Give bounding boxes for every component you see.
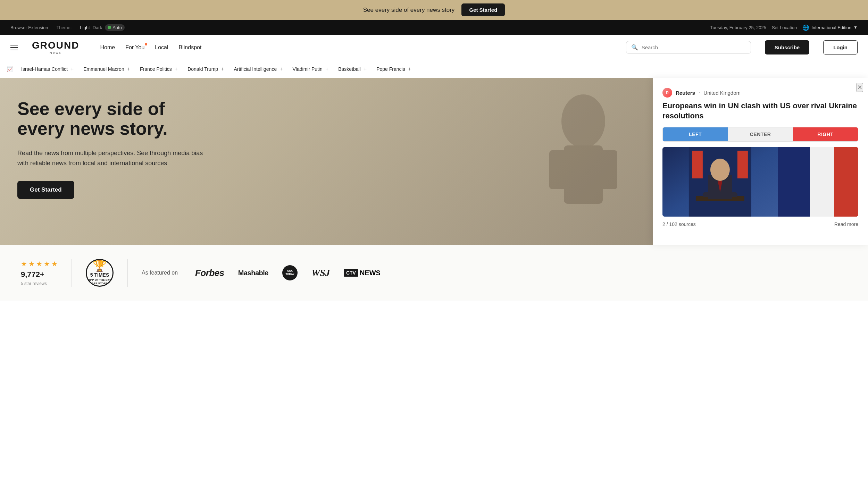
- theme-light[interactable]: Light: [80, 25, 90, 30]
- logo[interactable]: GROUND News: [32, 41, 79, 54]
- logo-ctv: CTV NEWS: [344, 269, 381, 277]
- bias-tab-left[interactable]: LEFT: [663, 127, 728, 141]
- logo-forbes: Forbes: [195, 268, 224, 278]
- subscribe-button[interactable]: Subscribe: [765, 40, 810, 54]
- sources-count: 2 / 102 sources: [662, 221, 696, 227]
- date-display: Tuesday, February 25, 2025: [710, 25, 766, 30]
- svg-rect-10: [737, 151, 748, 178]
- theme-auto-toggle[interactable]: Auto: [105, 24, 125, 31]
- flag-blue: [778, 147, 810, 217]
- usa-circle: USATODAY: [282, 265, 298, 280]
- topic-label: Vladimir Putin: [293, 66, 323, 72]
- theme-dark[interactable]: Dark: [93, 25, 102, 30]
- source-separator: ·: [699, 90, 700, 96]
- stars-row: ★ ★ ★ ★ ★: [21, 260, 58, 268]
- topic-add-icon[interactable]: +: [70, 66, 74, 72]
- for-you-dot: [145, 43, 147, 45]
- close-card-button[interactable]: ✕: [857, 83, 863, 92]
- rating-label: 5 star: [21, 281, 31, 286]
- nav-blindspot[interactable]: Blindspot: [179, 44, 202, 51]
- hero-content: See every side of every news story. Read…: [17, 99, 212, 199]
- topic-israel-hamas[interactable]: Israel-Hamas Conflict +: [16, 66, 78, 72]
- logo-wsj: WSJ: [311, 267, 330, 278]
- topic-basketball[interactable]: Basketball +: [333, 66, 372, 72]
- theme-auto-label: Auto: [112, 25, 122, 30]
- search-input[interactable]: [642, 44, 746, 50]
- topic-france-politics[interactable]: France Politics +: [135, 66, 183, 72]
- divider-2: [127, 259, 128, 287]
- topic-add-icon[interactable]: +: [221, 66, 224, 72]
- ctv-box: CTV: [344, 269, 358, 277]
- svg-rect-9: [692, 151, 703, 178]
- bias-tab-right[interactable]: RIGHT: [793, 127, 858, 141]
- international-edition-selector[interactable]: 🌐 International Edition ▼: [802, 24, 858, 31]
- divider-1: [72, 259, 72, 287]
- star-2: ★: [28, 260, 35, 268]
- topic-add-icon[interactable]: +: [325, 66, 328, 72]
- topic-add-icon[interactable]: +: [408, 66, 411, 72]
- chevron-down-icon: ▼: [853, 25, 858, 30]
- topic-artificial-intelligence[interactable]: Artificial Intelligence +: [229, 66, 287, 72]
- hero-left: See every side of every news story. Read…: [0, 78, 653, 245]
- logo-usatoday: USATODAY: [282, 265, 298, 280]
- nav-bar: GROUND News Home For You Local Blindspot…: [0, 35, 868, 60]
- top-banner-text: See every side of every news story: [363, 7, 455, 14]
- globe-icon: 🌐: [802, 24, 809, 31]
- star-5: ★: [51, 260, 58, 268]
- logo-text-line2: News: [32, 51, 79, 54]
- main-nav: Home For You Local Blindspot: [100, 44, 201, 51]
- topic-add-icon[interactable]: +: [175, 66, 178, 72]
- browser-extension-link[interactable]: Browser Extension: [10, 25, 48, 30]
- rating-section: ★ ★ ★ ★ ★ 9,772+ 5 star reviews: [21, 260, 58, 286]
- source-country: United Kingdom: [703, 90, 741, 96]
- auto-dot: [108, 26, 111, 29]
- star-4: ★: [44, 260, 50, 268]
- topic-donald-trump[interactable]: Donald Trump +: [183, 66, 229, 72]
- card-source: R Reuters · United Kingdom: [662, 88, 858, 98]
- award-line1: APP OF THE DAY: [88, 279, 111, 282]
- star-3: ★: [36, 260, 42, 268]
- usa-circle-text: USATODAY: [286, 270, 294, 276]
- hamburger-line-1: [10, 45, 18, 45]
- logo-text-line1: GROUND: [32, 41, 79, 50]
- read-more-link[interactable]: Read more: [834, 221, 858, 227]
- nav-local[interactable]: Local: [155, 44, 168, 51]
- system-bar: Browser Extension Theme: Light Dark Auto…: [0, 20, 868, 35]
- hamburger-line-3: [10, 50, 18, 50]
- topics-bar: 📈 Israel-Hamas Conflict + Emmanuel Macro…: [0, 60, 868, 78]
- hamburger-menu[interactable]: [10, 45, 18, 50]
- hero-headline: See every side of every news story.: [17, 99, 212, 138]
- trending-icon: 📈: [7, 66, 13, 72]
- topic-emmanuel-macron[interactable]: Emmanuel Macron +: [78, 66, 135, 72]
- features-bar: ★ ★ ★ ★ ★ 9,772+ 5 star reviews 🏆 5 TIME…: [0, 245, 868, 301]
- topic-label: Donald Trump: [187, 66, 218, 72]
- system-bar-left: Browser Extension Theme: Light Dark Auto: [10, 24, 125, 31]
- news-card-panel: ✕ R Reuters · United Kingdom Europeans w…: [653, 78, 868, 245]
- topic-label: Pope Francis: [376, 66, 405, 72]
- nav-home[interactable]: Home: [100, 44, 115, 51]
- award-line2: APP STORE: [92, 282, 108, 285]
- nav-for-you[interactable]: For You: [125, 44, 144, 51]
- ctv-news-text: NEWS: [360, 269, 381, 277]
- topic-vladimir-putin[interactable]: Vladimir Putin +: [288, 66, 334, 72]
- bias-tab-center[interactable]: CENTER: [728, 127, 793, 141]
- topic-label: Emmanuel Macron: [83, 66, 124, 72]
- source-avatar: R: [662, 88, 672, 98]
- topic-label: France Politics: [140, 66, 172, 72]
- topic-add-icon[interactable]: +: [127, 66, 130, 72]
- top-banner-cta-button[interactable]: Get Started: [461, 3, 505, 16]
- svg-point-8: [710, 159, 730, 181]
- topic-pope-francis[interactable]: Pope Francis +: [372, 66, 416, 72]
- star-1: ★: [21, 260, 27, 268]
- topic-add-icon[interactable]: +: [364, 66, 367, 72]
- set-location-link[interactable]: Set Location: [772, 25, 797, 30]
- hero-cta-button[interactable]: Get Started: [17, 181, 74, 199]
- bias-tabs: LEFT CENTER RIGHT: [662, 127, 858, 142]
- as-featured-label: As featured on: [142, 270, 178, 276]
- login-button[interactable]: Login: [823, 40, 858, 54]
- topic-label: Basketball: [338, 66, 361, 72]
- svg-rect-11: [703, 192, 737, 197]
- topic-add-icon[interactable]: +: [279, 66, 283, 72]
- theme-label: Theme:: [56, 25, 72, 30]
- international-edition-label: International Edition: [811, 25, 851, 30]
